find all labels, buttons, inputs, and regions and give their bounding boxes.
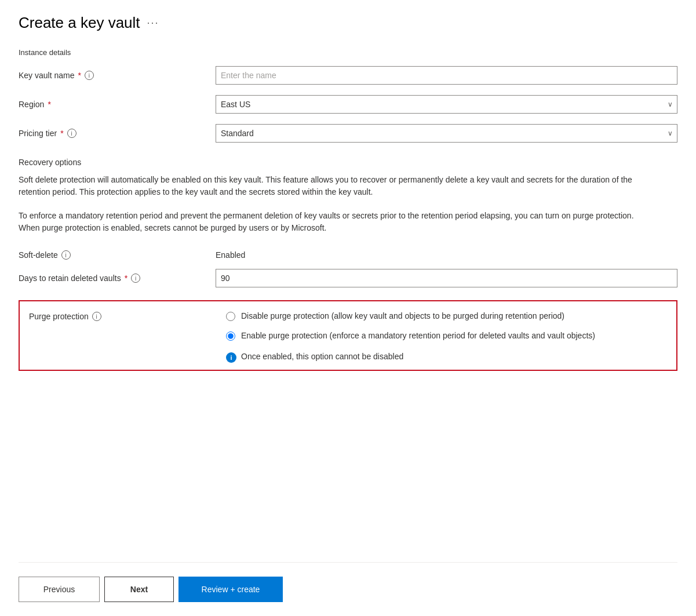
pricing-tier-required: * (60, 129, 63, 138)
days-retain-row: Days to retain deleted vaults * i (19, 269, 677, 287)
page-title-row: Create a key vault ··· (19, 14, 677, 32)
purge-protection-row: Purge protection i Disable purge protect… (29, 311, 667, 363)
recovery-options-section: Recovery options Soft delete protection … (19, 158, 677, 246)
days-retain-label: Days to retain deleted vaults (19, 274, 121, 283)
more-options-button[interactable]: ··· (147, 17, 159, 29)
previous-button[interactable]: Previous (19, 577, 100, 602)
key-vault-name-label: Key vault name (19, 71, 75, 80)
soft-delete-info-icon[interactable]: i (61, 250, 71, 260)
pricing-tier-input-col: Standard Premium ∨ (216, 124, 677, 143)
recovery-options-label: Recovery options (19, 158, 677, 167)
recovery-description-1: Soft delete protection will automaticall… (19, 174, 656, 198)
next-button[interactable]: Next (104, 577, 174, 602)
days-retain-info-icon[interactable]: i (131, 274, 140, 283)
key-vault-name-input-col (216, 66, 677, 85)
footer-bar: Previous Next Review + create (19, 562, 677, 602)
purge-disable-radio[interactable] (226, 312, 235, 321)
purge-protection-label: Purge protection (29, 312, 89, 321)
soft-delete-row: Soft-delete i Enabled (19, 250, 677, 260)
pricing-tier-label-col: Pricing tier * i (19, 129, 216, 138)
purge-enable-radio[interactable] (226, 331, 235, 341)
purge-protection-label-col: Purge protection i (29, 311, 226, 321)
purge-options-col: Disable purge protection (allow key vaul… (226, 311, 667, 363)
days-retain-input-col (216, 269, 677, 287)
region-required: * (48, 100, 50, 109)
recovery-description-2: To enforce a mandatory retention period … (19, 210, 656, 234)
key-vault-name-input[interactable] (216, 66, 677, 85)
pricing-tier-row: Pricing tier * i Standard Premium ∨ (19, 124, 677, 143)
region-select[interactable]: East US West US Central US West Europe E… (216, 95, 677, 114)
purge-disable-option[interactable]: Disable purge protection (allow key vaul… (226, 311, 667, 322)
days-retain-label-col: Days to retain deleted vaults * i (19, 274, 216, 283)
purge-enable-option[interactable]: Enable purge protection (enforce a manda… (226, 330, 667, 342)
region-input-col: East US West US Central US West Europe E… (216, 95, 677, 114)
review-create-button[interactable]: Review + create (178, 577, 283, 602)
soft-delete-value: Enabled (216, 250, 245, 260)
purge-enable-label: Enable purge protection (enforce a manda… (241, 330, 595, 342)
purge-info-note-text: Once enabled, this option cannot be disa… (241, 352, 403, 361)
pricing-tier-select[interactable]: Standard Premium (216, 124, 677, 143)
key-vault-name-required: * (78, 71, 81, 80)
region-select-wrapper: East US West US Central US West Europe E… (216, 95, 677, 114)
purge-protection-section: Purge protection i Disable purge protect… (19, 300, 677, 371)
purge-disable-label: Disable purge protection (allow key vaul… (241, 311, 564, 322)
key-vault-name-info-icon[interactable]: i (85, 71, 94, 80)
key-vault-name-row: Key vault name * i (19, 66, 677, 85)
region-label-col: Region * (19, 100, 216, 109)
days-retain-required: * (125, 274, 127, 283)
key-vault-name-label-col: Key vault name * i (19, 71, 216, 80)
purge-info-blue-icon: i (226, 352, 236, 363)
soft-delete-label: Soft-delete (19, 250, 58, 260)
pricing-tier-select-wrapper: Standard Premium ∨ (216, 124, 677, 143)
purge-info-note: i Once enabled, this option cannot be di… (226, 352, 667, 363)
pricing-tier-label: Pricing tier (19, 129, 57, 138)
purge-protection-info-icon[interactable]: i (92, 312, 101, 321)
instance-details-section-label: Instance details (19, 48, 677, 57)
region-row: Region * East US West US Central US West… (19, 95, 677, 114)
pricing-tier-info-icon[interactable]: i (67, 129, 76, 138)
soft-delete-label-col: Soft-delete i (19, 250, 216, 260)
region-label: Region (19, 100, 44, 109)
page-title: Create a key vault (19, 14, 140, 32)
days-retain-input[interactable] (216, 269, 677, 287)
